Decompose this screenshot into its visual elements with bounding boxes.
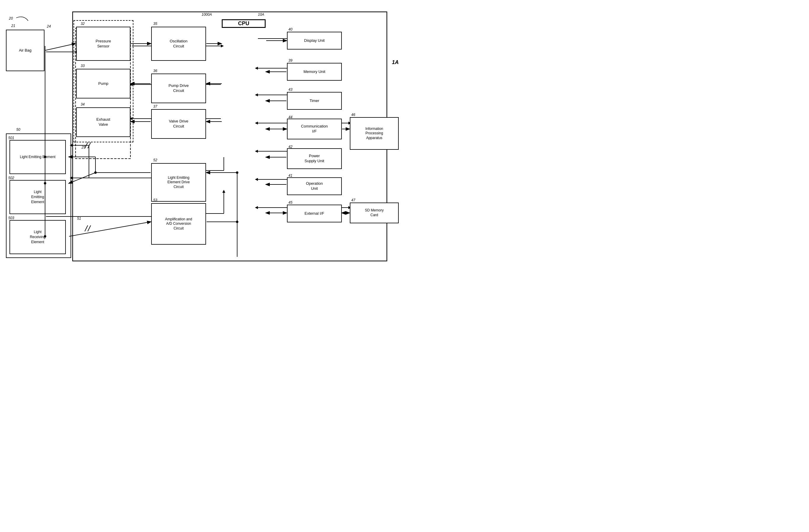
ref-47: 47 <box>351 198 355 202</box>
svg-marker-21 <box>255 93 258 97</box>
ref-40: 40 <box>289 27 292 31</box>
external-if-box: External I/F <box>287 205 342 222</box>
cpu-ref-1000A: 1000A <box>202 13 212 17</box>
oscillation-circuit-box: OscillationCircuit <box>151 27 206 61</box>
ref-21: 21 <box>11 24 15 28</box>
ref-502: 502 <box>8 176 14 180</box>
system-ref-10A: 10A <box>258 13 264 17</box>
ref-36: 36 <box>153 69 157 73</box>
ref-43: 43 <box>289 87 292 92</box>
light-emitting-501-box: Light Emitting Element <box>10 140 66 174</box>
svg-line-52 <box>45 44 75 50</box>
svg-line-88 <box>88 225 91 231</box>
ref-501: 501 <box>8 136 14 140</box>
pump-drive-circuit-box: Pump DriveCircuit <box>151 73 206 103</box>
ref-37: 37 <box>153 104 157 108</box>
ref-39: 39 <box>289 58 292 63</box>
svg-point-77 <box>94 171 97 174</box>
svg-marker-23 <box>255 122 258 124</box>
amplification-ad-box: Amplification andA/D ConversionCircuit <box>151 203 206 245</box>
light-emitting-502-box: LightEmittingElement <box>10 180 66 214</box>
diagram: 1A 10A 1000A 20 21 Air Bag 50 501 Light … <box>0 0 404 266</box>
ref-35: 35 <box>153 22 157 26</box>
diagram-ref-1A: 1A <box>392 59 399 66</box>
air-bag-box: Air Bag <box>6 30 45 71</box>
svg-marker-7 <box>221 45 224 48</box>
svg-marker-32 <box>255 206 258 209</box>
memory-unit-box: Memory Unit <box>287 63 342 81</box>
valve-drive-circuit-box: Valve DriveCircuit <box>151 109 206 139</box>
svg-point-79 <box>236 171 238 174</box>
svg-line-73 <box>69 173 96 183</box>
ref-53: 53 <box>153 198 157 202</box>
operation-unit-box: OperationUnit <box>287 177 342 195</box>
svg-line-76 <box>69 222 151 236</box>
light-receiving-503-box: LightReceivingElement <box>10 220 66 254</box>
svg-marker-49 <box>222 190 225 193</box>
ref-25: 25 <box>82 145 85 150</box>
svg-line-86 <box>88 142 91 148</box>
sd-memory-card-box: SD MemoryCard <box>350 203 399 223</box>
ref-24: 24 <box>47 24 51 29</box>
cpu-box: CPU <box>222 19 265 28</box>
svg-line-87 <box>85 225 88 231</box>
ref-52: 52 <box>153 158 157 162</box>
svg-marker-30 <box>255 178 258 181</box>
timer-box: Timer <box>287 92 342 110</box>
svg-point-78 <box>236 221 238 223</box>
light-emitting-drive-circuit-box: Light EmittingElement DriveCircuit <box>151 163 206 202</box>
svg-marker-28 <box>255 150 258 153</box>
communication-if-box: CommunicationI/F <box>287 119 342 139</box>
ref-503: 503 <box>8 216 14 220</box>
ref-46: 46 <box>351 113 355 117</box>
svg-marker-19 <box>255 67 258 70</box>
ref-51: 51 <box>77 217 81 221</box>
display-unit-box: Display Unit <box>287 32 342 50</box>
information-processing-box: InformationProcessingApparatus <box>350 117 399 150</box>
ref-41: 41 <box>289 173 292 178</box>
ref-45: 45 <box>289 201 292 205</box>
power-supply-unit-box: PowerSupply Unit <box>287 148 342 169</box>
ref-50: 50 <box>16 127 20 132</box>
ref-20: 20 <box>9 16 13 20</box>
dashed-group-box <box>73 20 133 142</box>
